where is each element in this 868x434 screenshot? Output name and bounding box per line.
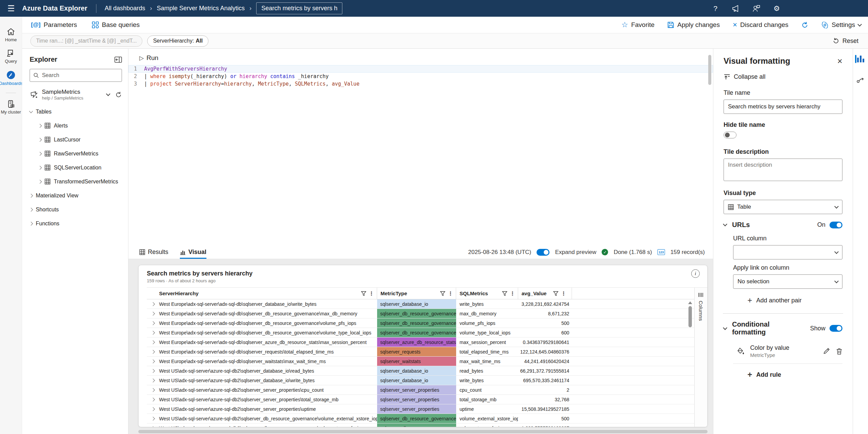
column-menu-icon[interactable]: ⋮ [448,290,453,297]
row-expander-icon[interactable] [151,398,155,401]
explorer-group-item[interactable]: Shortcuts [30,203,122,216]
row-expander-icon[interactable] [151,350,155,354]
tile-description-input[interactable] [724,159,842,181]
conditional-toggle[interactable] [830,325,842,332]
visual-type-select[interactable]: Table [724,200,842,214]
nav-query[interactable]: Query [0,47,22,66]
add-rule-button[interactable]: + Add rule [747,371,842,379]
hamburger-menu-icon[interactable]: ☰ [0,4,22,13]
close-panel-icon[interactable]: × [837,57,842,65]
edit-pencil-icon[interactable] [823,348,830,355]
row-expander-icon[interactable] [151,312,155,315]
hide-tile-name-toggle[interactable] [724,132,737,138]
filter-funnel-icon[interactable] [440,291,445,296]
table-row[interactable]: West US\adx-sql-server\azure-sql-db2\sql… [147,376,694,385]
conditional-formatting-header[interactable]: Conditional formatting Show [724,320,842,336]
code-line[interactable]: 3| project ServerHierarchy=hierarchy, Me… [128,80,713,88]
database-chevron-down-icon[interactable] [106,92,110,96]
breadcrumb-all-dashboards[interactable]: All dashboards [105,5,145,12]
row-expander-icon[interactable] [151,378,155,382]
editor-scrollbar[interactable] [708,55,711,85]
url-column-select[interactable] [733,245,842,259]
feedback-icon[interactable] [752,4,761,13]
col-header-sqlmetrics[interactable]: SQLMetrics ⋮ [456,288,518,299]
col-header-avgvalue[interactable]: avg_Value ⋮ [518,288,572,299]
grid-vertical-scrollbar[interactable] [688,301,692,327]
database-refresh-icon[interactable] [115,91,122,98]
explorer-table-item[interactable]: Alerts [30,119,122,133]
row-expander-icon[interactable] [151,359,155,363]
table-row[interactable]: West Europe\adx-sql-server\adx-sql-db\sq… [147,347,694,357]
reset-button[interactable]: Reset [833,38,858,45]
table-row[interactable]: West US\adx-sql-server\azure-sql-db2\sql… [147,385,694,395]
announcements-icon[interactable] [731,4,740,13]
nav-dashboards[interactable]: Dashboards [0,69,22,88]
explorer-table-item[interactable]: SQLServerLocation [30,161,122,175]
row-expander-icon[interactable] [151,426,155,427]
column-menu-icon[interactable]: ⋮ [369,290,374,297]
urls-section-header[interactable]: URLs On [724,221,842,229]
delete-trash-icon[interactable] [836,348,842,355]
expand-preview-toggle[interactable] [537,249,549,256]
help-icon[interactable]: ? [711,4,720,13]
run-button[interactable]: ▷ Run [128,52,713,65]
table-row[interactable]: West Europe\adx-sql-server\adx-sql-db\sq… [147,318,694,328]
settings-button[interactable]: Settings [821,21,861,29]
apply-link-select[interactable]: No selection [733,274,842,289]
urls-toggle[interactable] [830,222,842,228]
filter-funnel-icon[interactable] [361,291,366,296]
column-menu-icon[interactable]: ⋮ [510,290,515,297]
row-expander-icon[interactable] [151,321,155,325]
row-expander-icon[interactable] [151,407,155,411]
settings-gear-icon[interactable]: ⚙ [772,4,781,13]
tree-group-tables[interactable]: Tables [30,105,122,119]
cluster-row[interactable]: SampleMetrics help / SampleMetrics [30,87,122,105]
row-expander-icon[interactable] [151,302,155,306]
explorer-table-item[interactable]: TransformedServerMetrics [30,175,122,189]
table-row[interactable]: West Europe\adx-sql-server\adx-sql-db\sq… [147,299,694,309]
row-expander-icon[interactable] [151,340,155,344]
columns-side-tab[interactable]: Columns [694,288,707,427]
favorite-button[interactable]: ☆ Favorite [621,20,654,29]
row-expander-icon[interactable] [151,417,155,420]
explorer-group-item[interactable]: Materialized View [30,189,122,203]
code-line[interactable]: 2| where isempty(_hierarchy) or hierarch… [128,73,713,80]
row-expander-icon[interactable] [151,369,155,373]
search-input[interactable] [42,72,118,78]
explorer-table-item[interactable]: LastCursor [30,133,122,147]
collapse-panel-icon[interactable] [114,57,122,63]
parameters-button[interactable]: [@] Parameters [31,21,77,29]
refresh-button[interactable] [801,21,808,29]
table-row[interactable]: West Europe\adx-sql-server\adx-sql-db\sq… [147,338,694,347]
explorer-table-item[interactable]: RawServerMetrics [30,147,122,161]
filter-funnel-icon[interactable] [502,291,507,296]
nav-my-cluster[interactable]: My cluster [0,98,22,117]
tab-results[interactable]: Results [139,245,168,259]
table-row[interactable]: West US\adx-sql-server\azure-sql-db2\sql… [147,366,694,376]
column-menu-icon[interactable]: ⋮ [561,290,566,297]
query-editor[interactable]: ▷ Run 1AvgPerfWithServersHierarchy2| whe… [128,49,713,245]
scroll-up-arrow[interactable] [688,301,692,304]
table-row[interactable]: West US\adx-sql-server\azure-sql-db2\sql… [147,414,694,423]
scroll-thumb[interactable] [688,306,692,327]
table-row[interactable]: West US\adx-sql-server\azure-sql-db2\sql… [147,395,694,404]
collapse-all-button[interactable]: Collapse all [724,73,842,80]
col-header-serverhierarchy[interactable]: ServerHierarchy ⋮ [159,288,377,299]
breadcrumb-dashboard-name[interactable]: Sample Server Metrics Analytics [157,5,245,12]
formatting-rule-row[interactable]: Color by value MetricType [733,342,842,364]
tile-name-input[interactable] [724,100,842,114]
interactions-tab[interactable] [853,75,868,86]
table-row[interactable]: West US\adx-sql-server\azure-sql-db2\sql… [147,404,694,414]
table-row[interactable]: West US\adx-sql-server\azure-sql-db2\sql… [147,423,694,427]
server-hierarchy-filter-pill[interactable]: ServerHierarchy: All [147,35,208,47]
col-header-metrictype[interactable]: MetricType ⋮ [377,288,456,299]
table-row[interactable]: West Europe\adx-sql-server\adx-sql-db\sq… [147,357,694,366]
preview-horizontal-scrollbar[interactable] [138,430,708,433]
base-queries-button[interactable]: Base queries [92,21,140,29]
tab-visual[interactable]: Visual [180,245,206,259]
current-tile-tab[interactable]: Search metrics by servers h [256,2,342,14]
visual-formatting-tab[interactable] [853,54,868,64]
explorer-group-item[interactable]: Functions [30,216,122,230]
table-row[interactable]: West Europe\adx-sql-server\adx-sql-db\sq… [147,328,694,338]
time-range-filter-pill[interactable]: Time ran...: [@] _startTime & [@] _endT.… [30,35,142,47]
